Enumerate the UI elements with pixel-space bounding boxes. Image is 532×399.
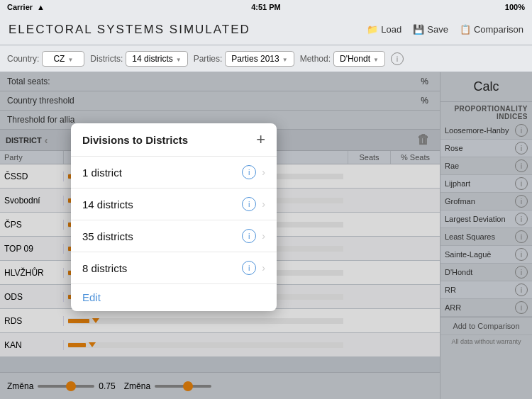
dropdown-item-label: 8 districts [82, 262, 242, 274]
dropdown-item-label: 1 district [82, 167, 242, 179]
districts-label: Districts: [90, 54, 123, 64]
save-icon: 💾 [413, 24, 424, 35]
comparison-icon: 📋 [460, 24, 471, 35]
country-label: Country: [7, 54, 39, 64]
districts-control: Districts: 14 districts [90, 51, 187, 67]
parties-control: Parties: Parties 2013 [194, 51, 294, 67]
save-button[interactable]: 💾 Save [413, 24, 448, 35]
dropdown-edit-button[interactable]: Edit [82, 291, 101, 303]
dropdown-item-chevron-icon: › [262, 230, 265, 242]
status-bar-right: 100% [505, 3, 525, 11]
dropdown-add-button[interactable]: + [256, 132, 265, 147]
dropdown-item-label: 35 districts [82, 230, 242, 242]
dropdown-item-chevron-icon: › [262, 198, 265, 210]
info-button[interactable]: i [391, 52, 404, 65]
dropdown-item-info-button[interactable]: i [242, 261, 256, 275]
parties-label: Parties: [194, 54, 223, 64]
dropdown-item-chevron-icon: › [262, 262, 265, 274]
dropdown-items: 1 district i › 14 districts i › 35 distr… [71, 157, 277, 284]
dropdown-title: Divisions to Districts [82, 134, 188, 146]
app-title: ELECTORAL SYSTEMS SIMULATED [9, 23, 250, 37]
battery-label: 100% [505, 3, 525, 11]
country-selector[interactable]: CZ [42, 51, 84, 67]
parties-selector[interactable]: Parties 2013 [225, 51, 294, 67]
districts-selector[interactable]: 14 districts [126, 51, 187, 67]
method-selector[interactable]: D'Hondt [333, 51, 385, 67]
method-label: Method: [300, 54, 331, 64]
status-bar: Carrier ▲ 4:51 PM 100% [0, 0, 532, 14]
status-bar-time: 4:51 PM [251, 3, 281, 11]
district-dropdown: Divisions to Districts + 1 district i › … [71, 123, 277, 311]
dropdown-item-info-button[interactable]: i [242, 165, 256, 179]
dropdown-item[interactable]: 1 district i › [71, 157, 277, 189]
load-button[interactable]: 📁 Load [367, 24, 401, 35]
dropdown-item[interactable]: 14 districts i › [71, 189, 277, 220]
carrier-label: Carrier [7, 3, 33, 11]
dropdown-item-chevron-icon: › [262, 167, 265, 178]
dropdown-item[interactable]: 35 districts i › [71, 220, 277, 252]
status-bar-left: Carrier ▲ [7, 3, 45, 11]
dropdown-item-label: 14 districts [82, 198, 242, 210]
controls-bar: Country: CZ Districts: 14 districts Part… [0, 45, 532, 72]
country-control: Country: CZ [7, 51, 84, 67]
main-content: Total seats: % Country threshold % Thres… [0, 72, 532, 399]
dropdown-item-info-button[interactable]: i [242, 197, 256, 211]
app-header: ELECTORAL SYSTEMS SIMULATED 📁 Load 💾 Sav… [0, 14, 532, 45]
method-control: Method: D'Hondt [300, 51, 385, 67]
dropdown-item[interactable]: 8 districts i › [71, 252, 277, 284]
dropdown-footer: Edit [71, 284, 277, 311]
header-buttons: 📁 Load 💾 Save 📋 Comparison [367, 24, 523, 35]
load-icon: 📁 [367, 24, 378, 35]
wifi-icon: ▲ [37, 3, 45, 11]
dropdown-item-info-button[interactable]: i [242, 229, 256, 243]
comparison-button[interactable]: 📋 Comparison [460, 24, 523, 35]
dropdown-header: Divisions to Districts + [71, 123, 277, 157]
